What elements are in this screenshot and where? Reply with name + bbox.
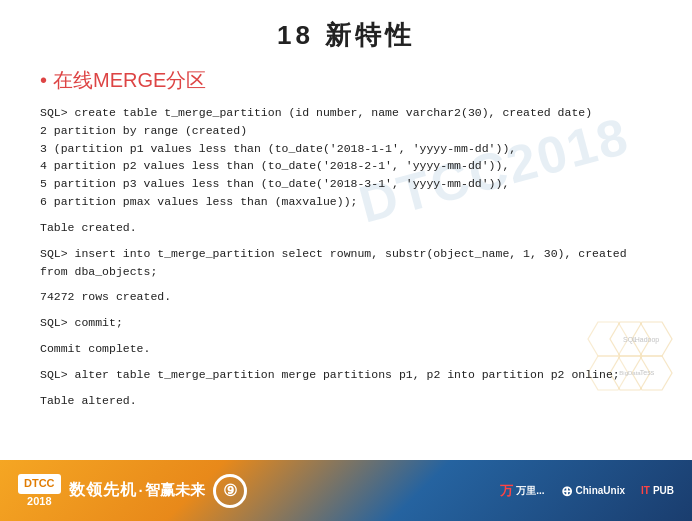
code-line-3: 3 (partition p1 values less than (to_dat… (40, 140, 652, 158)
bottom-right-section: 万 万里... ⊕ ChinaUnix IT PUB (500, 482, 674, 500)
alter-table-sql: SQL> alter table t_merge_partition merge… (40, 366, 652, 384)
code-line-5: 5 partition p3 values less than (to_date… (40, 175, 652, 193)
wanli-icon: 万 (500, 482, 513, 500)
online-keyword: online (571, 368, 612, 381)
gear-circle: ⑨ (213, 474, 247, 508)
itpub-it: IT (641, 485, 650, 496)
commit-complete-result: Commit complete. (40, 340, 652, 358)
section-heading: • 在线MERGE分区 (40, 67, 652, 94)
dtcc-slogan-sub: 智赢未来 (145, 481, 205, 500)
dtcc-badge: DTCC (18, 474, 61, 493)
insert-sql: SQL> insert into t_merge_partition selec… (40, 245, 652, 281)
bottom-left-section: DTCC 2018 数领先机 · 智赢未来 ⑨ (18, 474, 247, 508)
chinaunix-icon: ⊕ (561, 483, 573, 499)
sponsor-wanli: 万 万里... (500, 482, 544, 500)
create-table-code: SQL> create table t_merge_partition (id … (40, 104, 652, 211)
dtcc-slogan-divider: · (139, 482, 143, 499)
section-heading-text: 在线MERGE分区 (53, 67, 206, 94)
page-title: 18 新特性 (40, 18, 652, 53)
merge-keyword: merge (282, 368, 317, 381)
table-created-result: Table created. (40, 219, 652, 237)
code-line-1: SQL> create table t_merge_partition (id … (40, 104, 652, 122)
dtcc-year: 2018 (27, 495, 51, 507)
sponsor-itpub: IT PUB (641, 485, 674, 496)
bullet-icon: • (40, 69, 47, 92)
gear-number: ⑨ (223, 481, 237, 500)
main-content: DTCC2018 18 新特性 • 在线MERGE分区 SQL> create … (0, 0, 692, 460)
sponsor-chinaunix: ⊕ ChinaUnix (561, 483, 625, 499)
rows-created-result: 74272 rows created. (40, 288, 652, 306)
itpub-pub: PUB (653, 485, 674, 496)
code-line-6: 6 partition pmax values less than (maxva… (40, 193, 652, 211)
code-line-4: 4 partition p2 values less than (to_date… (40, 157, 652, 175)
bottom-bar: DTCC 2018 数领先机 · 智赢未来 ⑨ 万 万里... ⊕ ChinaU… (0, 460, 692, 521)
dtcc-slogan: 数领先机 (69, 480, 137, 501)
commit-sql: SQL> commit; (40, 314, 652, 332)
chinaunix-label: ChinaUnix (576, 485, 625, 496)
table-altered-result: Table altered. (40, 392, 652, 410)
wanli-label: 万里... (516, 484, 544, 498)
code-line-2: 2 partition by range (created) (40, 122, 652, 140)
